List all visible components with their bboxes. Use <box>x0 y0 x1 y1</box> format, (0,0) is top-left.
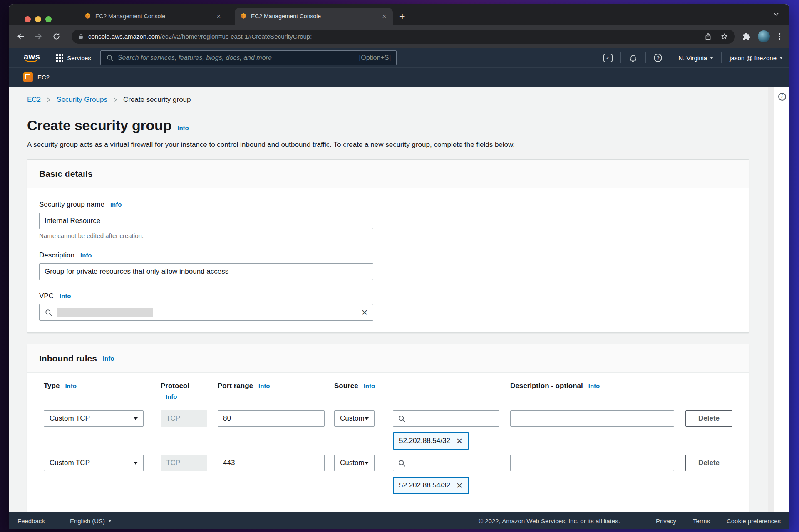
breadcrumb-ec2[interactable]: EC2 <box>27 96 41 104</box>
services-menu[interactable]: Services <box>67 54 91 62</box>
description-info-link[interactable]: Info <box>80 252 92 259</box>
fullscreen-window-button[interactable] <box>45 16 52 22</box>
back-icon[interactable] <box>16 32 25 41</box>
type-select[interactable]: Custom TCP <box>44 455 144 471</box>
chevron-down-icon <box>134 417 138 420</box>
help-panel-rail[interactable]: i <box>774 87 789 512</box>
vpc-label: VPC <box>39 292 54 300</box>
page-title: Create security group <box>27 117 171 134</box>
page-description: A security group acts as a virtual firew… <box>27 141 768 149</box>
service-shortcut-bar: EC2 <box>9 67 789 87</box>
vpc-info-link[interactable]: Info <box>60 292 71 299</box>
title-info-link[interactable]: Info <box>177 124 189 131</box>
inbound-rules-heading: Inbound rules <box>39 354 97 364</box>
bookmark-star-icon[interactable] <box>720 32 728 40</box>
console-search-input[interactable] <box>118 54 355 62</box>
browser-menu-icon[interactable] <box>777 31 782 42</box>
delete-rule-button[interactable]: Delete <box>685 455 732 471</box>
aws-top-nav: aws Services [Option+S] >_ ? N. Virginia <box>9 48 789 67</box>
ec2-service-icon[interactable] <box>23 72 33 82</box>
breadcrumb-security-groups[interactable]: Security Groups <box>57 96 107 104</box>
vpc-select[interactable]: ✕ <box>39 304 373 321</box>
source-cidr-token: 52.202.88.54/32 ✕ <box>393 432 469 450</box>
clear-vpc-icon[interactable]: ✕ <box>361 309 368 317</box>
tab-title: EC2 Management Console <box>95 13 211 20</box>
address-bar[interactable]: console.aws.amazon.com/ec2/v2/home?regio… <box>72 30 735 44</box>
close-window-button[interactable] <box>25 16 31 22</box>
browser-tab-inactive[interactable]: EC2 Management Console ✕ <box>79 8 227 25</box>
rule-description-input[interactable] <box>510 455 674 471</box>
secure-lock-icon[interactable] <box>78 34 84 39</box>
description-label: Description <box>39 251 74 260</box>
port-range-input[interactable] <box>218 410 325 427</box>
console-footer: Feedback English (US) © 2022, Amazon Web… <box>9 512 789 529</box>
type-select[interactable]: Custom TCP <box>44 410 144 427</box>
aws-cube-favicon <box>84 12 92 20</box>
reload-icon[interactable] <box>52 32 61 41</box>
protocol-info-link[interactable]: Info <box>166 393 207 400</box>
source-cidr-token: 52.202.88.54/32 ✕ <box>393 477 469 494</box>
region-selector[interactable]: N. Virginia <box>678 54 713 62</box>
cookie-preferences-link[interactable]: Cookie preferences <box>727 517 781 525</box>
chevron-down-icon <box>365 462 369 465</box>
type-info-link[interactable]: Info <box>65 382 77 389</box>
name-info-link[interactable]: Info <box>110 201 122 208</box>
feedback-button[interactable]: Feedback <box>17 517 45 525</box>
source-type-select[interactable]: Custom <box>334 455 375 471</box>
close-tab-icon[interactable]: ✕ <box>214 12 223 20</box>
browser-profile-avatar[interactable] <box>758 30 770 42</box>
info-panel-icon[interactable]: i <box>778 93 786 101</box>
port-range-input[interactable] <box>218 455 325 471</box>
remove-cidr-icon[interactable]: ✕ <box>456 437 463 445</box>
terms-link[interactable]: Terms <box>693 517 710 525</box>
services-grid-icon[interactable] <box>56 54 63 62</box>
source-type-select[interactable]: Custom <box>334 410 375 427</box>
source-search-input[interactable] <box>393 410 499 427</box>
chevron-down-icon <box>710 57 713 59</box>
scrollbar[interactable] <box>768 87 774 512</box>
security-group-name-input[interactable] <box>39 213 373 229</box>
minimize-window-button[interactable] <box>35 16 41 22</box>
chevron-down-icon <box>108 520 112 522</box>
search-icon <box>106 54 114 62</box>
privacy-link[interactable]: Privacy <box>656 517 676 525</box>
page-content: EC2 Security Groups Create security grou… <box>9 87 789 512</box>
description-info-link[interactable]: Info <box>588 382 600 389</box>
tab-search-chevron-icon[interactable] <box>773 11 779 17</box>
search-icon <box>398 459 406 467</box>
account-menu[interactable]: jason @ firezone <box>730 54 783 62</box>
inbound-rule-row: Custom TCP Custom Delet <box>44 455 732 471</box>
inbound-rules-card: Inbound rules Info Type Info Protocol In… <box>27 344 749 512</box>
new-tab-button[interactable]: + <box>400 12 405 21</box>
browser-window: EC2 Management Console ✕ EC2 Management … <box>9 4 789 529</box>
browser-tab-bar: EC2 Management Console ✕ EC2 Management … <box>9 4 789 25</box>
browser-toolbar: console.aws.amazon.com/ec2/v2/home?regio… <box>9 25 789 48</box>
console-search[interactable]: [Option+S] <box>100 50 397 65</box>
browser-tab-active[interactable]: EC2 Management Console ✕ <box>235 8 393 25</box>
chevron-right-icon <box>46 97 52 103</box>
url-text: console.aws.amazon.com/ec2/v2/home?regio… <box>88 33 312 40</box>
basic-details-card: Basic details Security group name Info N… <box>27 159 749 333</box>
remove-cidr-icon[interactable]: ✕ <box>456 482 463 490</box>
extensions-puzzle-icon[interactable] <box>742 32 751 41</box>
source-info-link[interactable]: Info <box>364 382 375 389</box>
share-icon[interactable] <box>704 32 712 40</box>
protocol-column-header: Protocol <box>161 382 189 390</box>
cloudshell-icon[interactable]: >_ <box>603 54 613 62</box>
description-input[interactable] <box>39 263 373 280</box>
source-column-header: Source <box>334 382 358 390</box>
ec2-service-link[interactable]: EC2 <box>37 74 50 81</box>
source-search-input[interactable] <box>393 455 499 471</box>
name-help-text: Name cannot be edited after creation. <box>39 232 737 239</box>
rule-description-input[interactable] <box>510 410 674 427</box>
port-range-info-link[interactable]: Info <box>258 382 270 389</box>
aws-logo[interactable]: aws <box>24 53 40 62</box>
help-icon[interactable]: ? <box>654 54 662 62</box>
notifications-bell-icon[interactable] <box>629 54 638 62</box>
language-selector[interactable]: English (US) <box>70 517 112 525</box>
close-tab-icon[interactable]: ✕ <box>380 12 389 20</box>
delete-rule-button[interactable]: Delete <box>685 410 732 427</box>
inbound-rules-info-link[interactable]: Info <box>103 355 114 362</box>
chevron-down-icon <box>134 462 138 465</box>
forward-icon[interactable] <box>34 32 43 41</box>
